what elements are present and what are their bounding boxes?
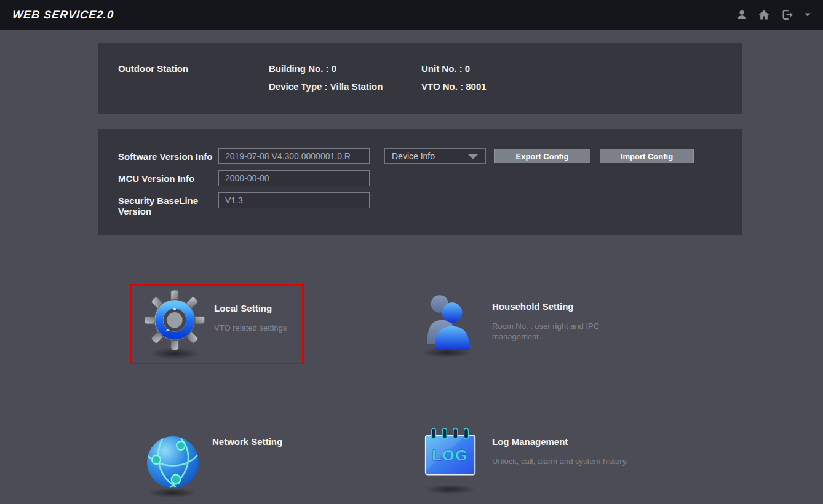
- version-label-mcu: MCU Version Info: [118, 173, 215, 184]
- tile-title: Log Management: [492, 436, 568, 447]
- home-icon[interactable]: [758, 9, 770, 21]
- device-field-type: Device Type : Villa Station: [269, 81, 383, 99]
- device-info-panel: Outdoor Station Building No. : 0 Device …: [98, 43, 742, 114]
- tile-household-setting[interactable]: Household Setting Room No. , user right …: [408, 284, 611, 364]
- chevron-down-icon[interactable]: [805, 12, 811, 17]
- mcu-version-input[interactable]: [218, 170, 370, 186]
- page: WEB SERVICE2.0: [0, 0, 823, 504]
- version-panel: Software Version Info MCU Version Info S…: [98, 129, 742, 235]
- dropdown-caret-icon: [467, 154, 479, 159]
- device-field-vto: VTO No. : 8001: [421, 81, 487, 99]
- tile-title: Household Setting: [492, 301, 574, 312]
- gear-icon: [145, 289, 205, 366]
- tile-local-setting[interactable]: Local Setting VTO related settings: [130, 284, 304, 364]
- logout-icon[interactable]: [780, 8, 795, 22]
- log-icon-text: LOG: [432, 447, 469, 463]
- globe-icon: [141, 424, 203, 504]
- tile-subtitle: Room No. , user right and IPC management…: [492, 321, 603, 342]
- app-logo: WEB SERVICE2.0: [12, 9, 114, 22]
- version-label-baseline: Security BaseLine Version: [118, 195, 215, 216]
- tile-title: Local Setting: [214, 303, 272, 313]
- tile-network-setting[interactable]: Network Setting: [130, 419, 304, 504]
- software-version-input[interactable]: [218, 148, 370, 164]
- device-field-building: Building No. : 0: [269, 63, 383, 81]
- device-info-dropdown[interactable]: Device Info: [384, 148, 486, 164]
- topbar-icons: [736, 8, 811, 22]
- panel-title: Outdoor Station: [118, 63, 188, 81]
- device-panel-col-unit: Unit No. : 0 VTO No. : 8001: [421, 63, 487, 99]
- people-icon: [417, 289, 480, 366]
- user-icon[interactable]: [736, 9, 748, 21]
- import-config-button[interactable]: Import Config: [600, 149, 694, 163]
- tile-title: Network Setting: [212, 436, 282, 447]
- device-panel-col-building: Building No. : 0 Device Type : Villa Sta…: [269, 63, 383, 99]
- device-field-unit: Unit No. : 0: [421, 63, 487, 81]
- log-calendar-icon: LOG: [421, 425, 481, 504]
- device-info-dropdown-value: Device Info: [392, 151, 435, 161]
- export-config-button[interactable]: Export Config: [494, 149, 590, 163]
- tile-log-management[interactable]: LOG Log Management Unlock, call, alarm a…: [408, 419, 642, 504]
- tile-subtitle: Unlock, call, alarm and system history.: [492, 456, 640, 467]
- topbar: WEB SERVICE2.0: [0, 0, 823, 30]
- tile-subtitle: VTO related settings: [214, 323, 312, 333]
- baseline-version-input[interactable]: [218, 192, 370, 208]
- version-label-software: Software Version Info: [118, 151, 215, 162]
